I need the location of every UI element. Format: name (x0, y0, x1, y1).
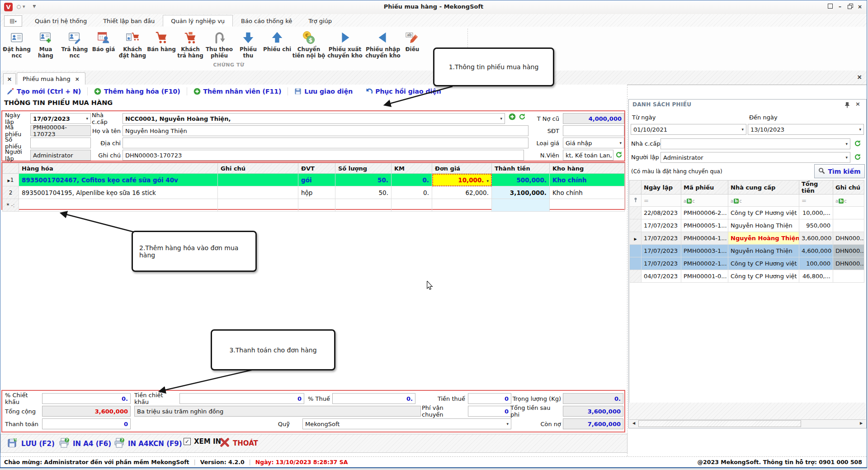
close-all-tabs-button[interactable]: × (3, 73, 16, 85)
chevron-down-icon[interactable]: ▾ (845, 155, 848, 160)
search-button[interactable]: Tìm kiếm (814, 164, 865, 178)
restore-button[interactable] (846, 3, 854, 11)
chevron-down-icon[interactable]: ▾ (506, 422, 509, 426)
col-nha-cung-cap[interactable]: Nhà cung cấp (728, 180, 799, 195)
supplier-filter-combo[interactable]: ▾ (660, 138, 850, 149)
receipt-row[interactable]: 17/07/2023 PMH00005-1... Nguyễn Hoàng Th… (630, 219, 864, 232)
add-item-button[interactable]: Thêm hàng hóa (F10) (88, 88, 187, 95)
cell-store[interactable]: Kho chính (550, 174, 625, 186)
cell-price[interactable]: 62,000. (432, 186, 492, 199)
cell-product[interactable]: 8935001702467, Cofitos kẹo café sữa gói … (19, 174, 218, 186)
cell-store[interactable]: Kho chính (550, 186, 625, 199)
receipt-row-selected[interactable]: ▶ 17/07/2023 PMH00004-1... Nguyễn Hoàng … (630, 232, 864, 245)
cell-price-selected[interactable]: 10,000.▾ (432, 174, 492, 186)
col-km[interactable]: KM (392, 163, 432, 174)
ribbon-button-khach-tra-hang[interactable]: Khách trả hàng (176, 28, 205, 59)
tab-tro-giup[interactable]: Trợ giúp (300, 15, 340, 27)
col-so-luong[interactable]: Số lượng (335, 163, 392, 174)
receipt-row-transferred[interactable]: 17/07/2023 PMH00002-1... Công ty CP Hươn… (630, 257, 864, 270)
ribbon-button-bao-gia[interactable]: Báo giá (89, 28, 118, 52)
receipt-row-transferred[interactable]: 17/07/2023 PMH00003-1... Nguyễn Hoàng Th… (630, 245, 864, 257)
ribbon-button-tra-hang-ncc[interactable]: Trả hàng ncc (60, 28, 89, 59)
col-ma-phieu[interactable]: Mã phiếu (681, 180, 728, 195)
tab-close-icon[interactable]: × (75, 76, 80, 82)
ribbon-button-dat-hang-ncc[interactable]: Đặt hàng ncc (2, 28, 31, 59)
grid-row-1[interactable]: ▶1 8935001702467, Cofitos kẹo café sữa g… (3, 174, 625, 186)
quick-access-customize-icon[interactable]: ▾ (33, 4, 36, 9)
tax-pct-field[interactable]: 0. (332, 393, 415, 404)
print-a4kcn-button[interactable]: ? IN A4KCN (F9) (114, 437, 182, 450)
fund-combo[interactable]: MekongSoft▾ (302, 418, 511, 429)
from-date-combo[interactable]: 01/10/2021▾ (631, 124, 746, 135)
chevron-down-icon[interactable]: ▾ (500, 116, 502, 121)
application-menu-button[interactable]: ▤▾ (4, 15, 22, 27)
quick-access-circle-icon[interactable]: ○ ▾ (17, 4, 25, 9)
ribbon-button-khach-dat-hang[interactable]: Khách đặt hàng (118, 28, 147, 59)
tab-quan-tri-he-thong[interactable]: Quản trị hệ thống (27, 15, 95, 27)
grid-row-2[interactable]: 2 8935001704195, Alpenlibe kẹo sữa 16 st… (3, 186, 625, 199)
ribbon-button-phieu-xuat-chuyen-kho[interactable]: Phiếu xuất chuyển kho (326, 28, 364, 59)
col-ghi-chu[interactable]: Ghi chú (833, 180, 864, 195)
cell-km[interactable]: 0. (392, 174, 432, 186)
ribbon-button-ban-hang[interactable]: Bán hàng (147, 28, 176, 52)
ribbon-button-phieu-thu[interactable]: Phiếu thu (234, 28, 263, 59)
tab-bao-cao-thong-ke[interactable]: Báo cáo thống kê (233, 15, 300, 27)
phone-field[interactable] (563, 125, 624, 136)
chevron-down-icon[interactable]: ▾ (486, 179, 489, 183)
ribbon-button-phieu-chi[interactable]: Phiếu chi (263, 28, 292, 52)
address-field[interactable] (123, 138, 528, 148)
scroll-left-icon[interactable]: ◀ (630, 420, 637, 427)
minimize-button[interactable]: – (836, 3, 844, 11)
fullname-field[interactable]: Nguyễn Hoàng Thiện (123, 125, 528, 136)
horizontal-scrollbar[interactable]: ◀ ▶ (629, 419, 866, 427)
chevron-down-icon[interactable]: ▾ (741, 127, 744, 132)
to-date-combo[interactable]: 13/10/2023▾ (748, 124, 864, 135)
ribbon-button-mua-hang[interactable]: Mua hàng (31, 28, 60, 59)
col-ghi-chu[interactable]: Ghi chú (218, 163, 298, 174)
close-button[interactable]: × (856, 3, 864, 11)
checkbox-checked-icon[interactable]: ✓ (184, 438, 191, 445)
exit-button[interactable]: THOÁT (220, 437, 258, 449)
creator-filter-combo[interactable]: Administrator▾ (660, 152, 850, 163)
chevron-down-icon[interactable]: ▾ (86, 116, 88, 121)
cell-note[interactable] (218, 174, 298, 186)
refresh-icon[interactable] (519, 113, 526, 120)
ribbon-button-chuyen-tien-noi-bo[interactable]: €$ Chuyển tiền nội bộ (292, 28, 326, 59)
col-hang-hoa[interactable]: Hàng hóa (19, 163, 218, 174)
col-thanh-tien[interactable]: Thành tiền (492, 163, 550, 174)
refresh-icon[interactable] (854, 140, 861, 147)
panel-close-icon[interactable]: × (857, 73, 862, 81)
ribbon-button-thu-theo-phieu[interactable]: Thu theo phiếu (205, 28, 234, 59)
refresh-icon[interactable] (854, 153, 861, 161)
discount-pct-field[interactable]: 0. (42, 393, 131, 404)
restore-layout-button[interactable]: Phục hồi giao diện (359, 88, 448, 95)
col-tong-tien[interactable]: Tổng tiền (799, 180, 833, 195)
filter-row[interactable]: = abc abc = abc (630, 195, 864, 207)
document-tab-phieu-mua-hang[interactable]: Phiếu mua hàng × (17, 72, 85, 85)
refresh-icon[interactable] (615, 151, 623, 158)
employee-combo[interactable]: kt, Kế toán Lan, 09▾ (563, 150, 613, 161)
price-type-combo[interactable]: Giá nhập▾ (563, 138, 624, 148)
receipt-row[interactable]: 22/08/2023 PMH00006-2... Công ty CP Hươn… (630, 207, 864, 219)
fullscreen-button[interactable] (826, 3, 834, 11)
cell-unit[interactable]: hộp (298, 186, 335, 199)
cell-qty[interactable]: 50. (335, 174, 392, 186)
cell-km[interactable]: 0. (392, 186, 432, 199)
discount-amount-field[interactable]: 0 (179, 393, 304, 404)
date-combo[interactable]: 17/07/2023▾ (30, 113, 91, 124)
supplier-combo[interactable]: NCC0001, Nguyễn Hoàng Thiện,▾ (123, 113, 505, 124)
vertical-splitter[interactable] (627, 85, 627, 456)
note-field[interactable]: DHN00003-170723 (123, 150, 524, 161)
close-panel-icon[interactable]: × (855, 100, 860, 107)
cell-product[interactable]: 8935001704195, Alpenlibe kẹo sữa 16 stic… (19, 186, 218, 199)
create-new-button[interactable]: Tạo mới (Ctrl + N) (0, 88, 87, 95)
chevron-down-icon[interactable]: ▾ (859, 127, 861, 132)
scroll-right-icon[interactable]: ▶ (858, 420, 865, 427)
col-don-gia[interactable]: Đơn giá (432, 163, 492, 174)
tax-amount-field[interactable]: 0 (468, 393, 511, 404)
receipt-row[interactable]: 04/07/2023 PMH00001-0... Công ty CP Hươn… (630, 270, 864, 283)
tab-quan-ly-nghiep-vu[interactable]: Quản lý nghiệp vụ (163, 15, 233, 27)
chevron-down-icon[interactable]: ▾ (845, 142, 848, 146)
cell-unit[interactable]: gói (298, 174, 335, 186)
ribbon-button-phieu-nhap-chuyen-kho[interactable]: Phiếu nhập chuyển kho (364, 28, 402, 59)
